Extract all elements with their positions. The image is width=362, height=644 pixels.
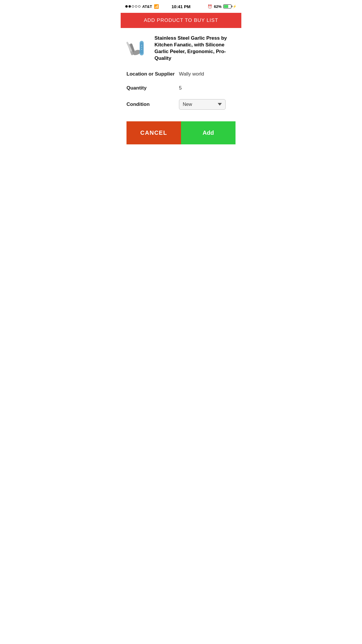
chevron-down-icon: [218, 103, 222, 106]
signal-dot-3: [132, 5, 134, 8]
add-button[interactable]: Add: [181, 121, 236, 144]
battery-wrapper: ⚡: [223, 4, 237, 8]
location-value: Wally world: [179, 71, 236, 77]
signal-dot-5: [138, 5, 140, 8]
quantity-label: Quantity: [126, 85, 179, 91]
location-field: Location or Supplier Wally world: [126, 71, 236, 77]
condition-field: Condition New: [126, 99, 236, 110]
product-row: Stainless Steel Garlic Press by Kitchen …: [126, 35, 236, 62]
condition-dropdown[interactable]: New: [179, 99, 226, 110]
wifi-icon: 📶: [154, 4, 159, 9]
signal-dot-2: [129, 5, 131, 8]
status-right: ⏰ 62% ⚡: [200, 4, 237, 9]
signal-dot-1: [125, 5, 128, 8]
cancel-button[interactable]: CANCEL: [126, 121, 181, 144]
battery-fill: [224, 5, 228, 8]
svg-point-7: [141, 49, 142, 50]
signal-strength: [125, 5, 140, 8]
svg-rect-4: [140, 42, 143, 54]
battery-icon: [223, 4, 231, 8]
app-header: ADD PRODUCT TO BUY LIST: [121, 13, 241, 28]
condition-value: New: [183, 102, 192, 107]
svg-point-5: [141, 45, 142, 46]
status-time: 10:41 PM: [162, 4, 199, 9]
signal-dot-4: [135, 5, 137, 8]
action-buttons: CANCEL Add: [126, 121, 236, 144]
product-name: Stainless Steel Garlic Press by Kitchen …: [154, 35, 236, 62]
status-left: AT&T 📶: [125, 4, 162, 9]
quantity-value: 5: [179, 85, 236, 91]
page-title: ADD PRODUCT TO BUY LIST: [144, 18, 218, 23]
location-label: Location or Supplier: [126, 71, 179, 77]
main-content: Stainless Steel Garlic Press by Kitchen …: [121, 28, 241, 151]
product-image-container: [126, 35, 150, 58]
alarm-icon: ⏰: [208, 4, 212, 9]
product-image: [126, 35, 150, 58]
charging-icon: ⚡: [233, 5, 237, 8]
status-bar: AT&T 📶 10:41 PM ⏰ 62% ⚡: [121, 0, 241, 13]
quantity-field: Quantity 5: [126, 85, 236, 91]
condition-label: Condition: [126, 102, 179, 107]
carrier-label: AT&T: [142, 4, 152, 9]
battery-percent: 62%: [214, 4, 222, 9]
svg-point-6: [141, 47, 142, 48]
